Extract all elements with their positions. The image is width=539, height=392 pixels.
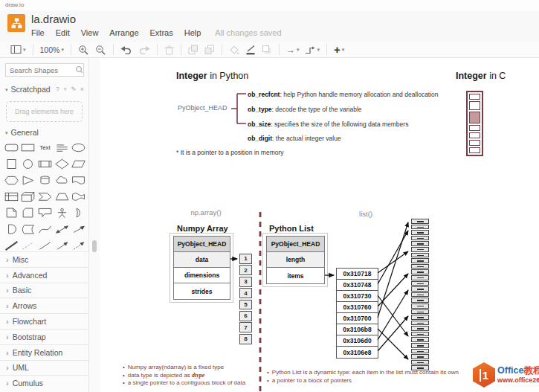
scratchpad-add-icon[interactable]: + <box>63 86 67 93</box>
pylist-row-items[interactable]: items <box>267 268 324 283</box>
memory-cell[interactable] <box>411 292 429 298</box>
undo-button[interactable] <box>120 45 132 54</box>
shape-step[interactable] <box>37 190 53 202</box>
menu-help[interactable]: Help <box>184 28 201 37</box>
numpy-row-dimensions[interactable]: dimensions <box>174 268 230 283</box>
shape-cylinder[interactable] <box>37 174 53 186</box>
shape-square[interactable] <box>4 158 19 170</box>
shape-document[interactable] <box>71 174 86 186</box>
shape-dashed-arrow[interactable] <box>71 240 86 251</box>
field-ob-refcnt[interactable]: ob_recfcnt: help Python handle memory al… <box>248 91 439 98</box>
scratchpad-help-icon[interactable]: ? <box>56 86 59 93</box>
memory-cell[interactable] <box>411 343 429 348</box>
menu-edit[interactable]: Edit <box>56 28 70 37</box>
shape-callout[interactable] <box>37 207 53 219</box>
redo-button[interactable] <box>138 45 150 54</box>
memory-cell[interactable] <box>411 326 429 331</box>
c-section-title[interactable]: Integer in C <box>456 71 506 81</box>
memory-cell[interactable] <box>411 354 429 359</box>
memory-cell[interactable] <box>411 321 429 326</box>
shape-ellipse[interactable] <box>71 141 86 153</box>
shape-process[interactable] <box>37 158 53 170</box>
pyobject-head-label[interactable]: PyObject_HEAD <box>178 104 227 112</box>
shape-circle[interactable] <box>20 158 36 170</box>
scratchpad-header[interactable]: ▾ Scratchpad ? + ✎ × <box>5 85 84 94</box>
shape-search-box[interactable] <box>5 63 84 77</box>
shape-or[interactable] <box>71 207 86 219</box>
line-color-button[interactable] <box>245 45 256 55</box>
memory-cell[interactable] <box>411 315 429 320</box>
shape-internal-storage[interactable] <box>4 190 19 202</box>
scratchpad-edit-icon[interactable]: ✎ <box>71 86 77 93</box>
shape-arrow[interactable] <box>71 223 86 235</box>
index-column[interactable]: 1 2 3 4 5 6 7 8 <box>239 254 252 344</box>
field-ob-size[interactable]: ob_size: specifies the size of the follo… <box>248 121 408 128</box>
shape-bidirectional-arrow[interactable] <box>54 223 70 235</box>
zoom-in-button[interactable] <box>78 45 89 55</box>
shape-and[interactable] <box>4 223 19 235</box>
memory-cell[interactable] <box>411 349 429 354</box>
memory-cell[interactable] <box>411 253 429 258</box>
memory-cell[interactable] <box>411 264 429 269</box>
list-caption[interactable]: list() <box>351 210 381 218</box>
memory-cell[interactable] <box>411 241 429 246</box>
zoom-out-button[interactable] <box>95 45 106 55</box>
numpy-row-pyobject-head[interactable]: PyObject_HEAD <box>174 237 230 252</box>
field-ob-type[interactable]: ob_type: decode the type of the variable <box>248 106 362 113</box>
to-front-button[interactable] <box>188 45 199 55</box>
menu-file[interactable]: File <box>31 28 45 37</box>
python-section-title[interactable]: Integer in Python <box>176 71 248 81</box>
shape-parallelogram[interactable] <box>71 158 86 170</box>
shape-text[interactable]: Text <box>37 141 53 153</box>
memory-cell[interactable] <box>411 219 429 224</box>
memory-cell[interactable] <box>411 309 429 315</box>
memory-cell[interactable] <box>411 269 429 274</box>
menu-view[interactable]: View <box>81 28 99 37</box>
memory-cell[interactable] <box>411 247 429 252</box>
shape-diamond[interactable] <box>54 158 70 170</box>
memory-cell[interactable] <box>411 303 429 309</box>
waypoint-style-dropdown[interactable]: → ▾ <box>286 45 300 54</box>
integer-in-c-stack[interactable] <box>466 91 483 156</box>
address-column[interactable]: 0x310718 0x310748 0x310730 0x310760 0x31… <box>336 268 378 359</box>
shape-rectangle[interactable] <box>20 141 36 153</box>
search-input[interactable] <box>6 65 75 75</box>
python-list-table[interactable]: PyObject_HEAD length items <box>266 236 325 284</box>
memory-footnote[interactable]: * It is a pointer to a position in memor… <box>176 149 284 156</box>
shape-cube[interactable] <box>20 190 36 202</box>
sidebar-section-flowchart[interactable]: ›Flowchart <box>0 313 88 329</box>
numpy-array-title[interactable]: Numpy Array <box>177 224 228 233</box>
scratchpad-close-icon[interactable]: × <box>80 86 84 93</box>
to-back-button[interactable] <box>204 45 215 55</box>
general-section-header[interactable]: ▾ General <box>5 128 84 137</box>
pylist-row-length[interactable]: length <box>267 252 324 268</box>
shape-card[interactable] <box>20 207 36 219</box>
memory-cell[interactable] <box>411 236 429 241</box>
view-panels-button[interactable]: ▾ <box>10 45 26 54</box>
shape-actor[interactable] <box>54 207 70 219</box>
memory-cell[interactable] <box>411 337 429 342</box>
memory-column[interactable] <box>411 219 429 370</box>
shape-cloud[interactable] <box>54 174 70 186</box>
shape-line[interactable] <box>37 240 53 251</box>
shape-bold-line[interactable] <box>4 240 19 251</box>
shadow-button[interactable] <box>262 45 272 55</box>
memory-cell[interactable] <box>411 281 429 286</box>
memory-cell[interactable] <box>411 360 429 365</box>
scrollbar-thumb[interactable] <box>92 240 97 252</box>
sidebar-section-arrows[interactable]: ›Arrows <box>0 298 88 313</box>
memory-cell[interactable] <box>411 230 429 235</box>
shape-triangle[interactable] <box>20 174 36 186</box>
shape-note[interactable] <box>4 207 19 219</box>
pylist-row-pyobject-head[interactable]: PyObject_HEAD <box>267 237 324 252</box>
connector-style-dropdown[interactable]: ▾ <box>305 45 320 54</box>
np-array-caption[interactable]: np.array() <box>176 208 236 216</box>
memory-cell[interactable] <box>411 258 429 263</box>
memory-cell[interactable] <box>411 286 429 292</box>
memory-cell[interactable] <box>411 225 429 230</box>
shape-directional-arrow[interactable] <box>54 240 70 251</box>
shape-trapezoid[interactable] <box>54 190 70 202</box>
delete-button[interactable] <box>164 45 174 55</box>
sidebar-section-basic[interactable]: ›Basic <box>0 283 88 298</box>
numpy-row-data[interactable]: data <box>174 252 230 268</box>
